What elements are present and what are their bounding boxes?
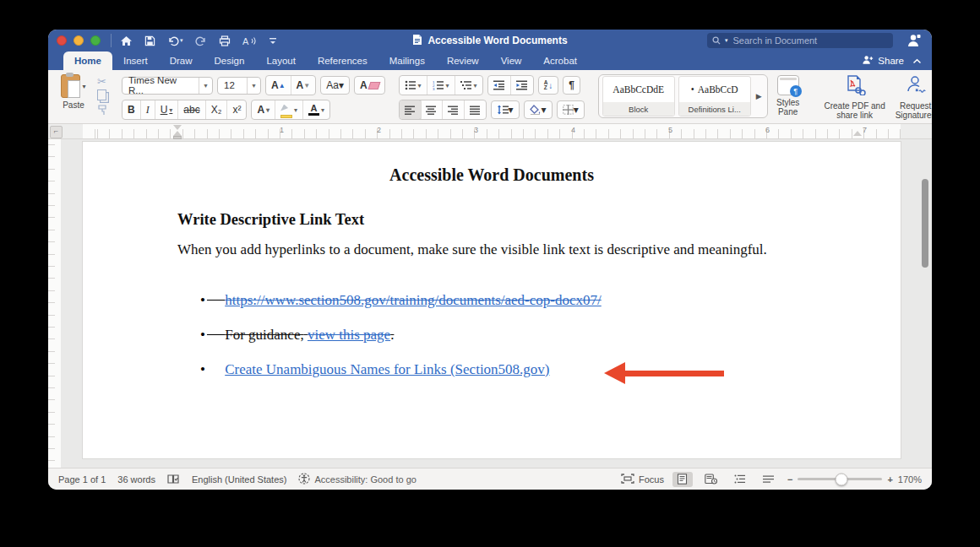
superscript-button[interactable]: x²	[227, 100, 246, 119]
styles-pane-icon	[777, 75, 799, 95]
language-indicator[interactable]: English (United States)	[192, 474, 287, 485]
align-center-button[interactable]	[421, 100, 443, 119]
highlight-button[interactable]: ▾	[275, 100, 303, 119]
underline-button[interactable]: U▾	[155, 100, 179, 119]
link-view-this-page[interactable]: view this page	[308, 327, 390, 343]
search-box[interactable]: ▾	[707, 33, 893, 48]
spellcheck-icon[interactable]	[167, 474, 180, 485]
style-definitions[interactable]: •AaBbCcD Definitions Li...	[678, 76, 751, 116]
close-button[interactable]	[57, 35, 67, 46]
vertical-scrollbar[interactable]	[920, 141, 930, 466]
bullet-item-3: • Create Unambiguous Names for Links (Se…	[200, 361, 550, 378]
zoom-out-icon[interactable]: −	[787, 474, 792, 485]
zoom-slider[interactable]	[798, 478, 882, 480]
document-page[interactable]: Accessible Word Documents Write Descript…	[83, 142, 901, 458]
zoom-percentage[interactable]: 170%	[898, 474, 922, 485]
create-pdf-button[interactable]: Create PDF and share link	[822, 75, 888, 120]
tab-layout[interactable]: Layout	[255, 51, 307, 70]
reading-view-button[interactable]	[701, 472, 721, 487]
search-scope-caret[interactable]: ▾	[725, 37, 728, 44]
align-left-button[interactable]	[399, 100, 422, 120]
page-indicator[interactable]: Page 1 of 1	[58, 474, 106, 485]
ribbon-options-icon[interactable]	[269, 36, 277, 45]
request-signatures-button[interactable]: Request Signatures	[888, 75, 932, 120]
tab-insert[interactable]: Insert	[112, 51, 159, 70]
share-button[interactable]: Share	[862, 55, 904, 67]
link-section508-url[interactable]: https://www.section508.gov/training/docu…	[225, 292, 602, 308]
font-color-button[interactable]: A▾	[303, 100, 329, 119]
zoom-window-button[interactable]	[90, 35, 101, 46]
style-block[interactable]: AaBbCcDdE Block	[602, 76, 675, 116]
font-size-select[interactable]: 12▼	[217, 77, 261, 95]
arrow-shaft	[625, 371, 724, 376]
text-effects-button[interactable]: A▾	[252, 100, 275, 119]
redo-icon[interactable]	[195, 35, 207, 46]
numbered-list-button[interactable]: 123▾	[427, 76, 455, 95]
show-marks-button[interactable]: ¶	[563, 76, 580, 95]
clear-formatting-button[interactable]: A	[354, 76, 385, 95]
word-count[interactable]: 36 words	[117, 474, 155, 485]
tab-mailings[interactable]: Mailings	[378, 51, 436, 70]
focus-button[interactable]: Focus	[621, 474, 664, 485]
bold-button[interactable]: B	[122, 100, 141, 119]
vertical-ruler[interactable]	[48, 139, 61, 468]
subscript-button[interactable]: X₂	[206, 100, 228, 119]
format-painter-icon[interactable]	[97, 104, 108, 119]
right-indent-marker[interactable]	[853, 131, 862, 136]
grow-font-button[interactable]: A▲	[266, 76, 291, 95]
print-layout-view-button[interactable]	[672, 472, 693, 487]
tab-design[interactable]: Design	[204, 51, 256, 70]
increase-indent-button[interactable]	[511, 76, 533, 95]
shrink-font-button[interactable]: A▼	[291, 76, 316, 95]
tab-home[interactable]: Home	[63, 51, 112, 70]
read-aloud-icon[interactable]: A	[242, 35, 257, 46]
paste-button[interactable]: ▾ Paste	[55, 74, 92, 110]
cut-icon[interactable]: ✂	[97, 75, 108, 88]
accessibility-status[interactable]: Accessibility: Good to go	[298, 473, 416, 486]
style-definitions-preview: AaBbCcD	[698, 84, 738, 95]
font-name-select[interactable]: Times New R...▼	[122, 77, 213, 95]
tab-acrobat[interactable]: Acrobat	[532, 51, 588, 70]
paste-caret-icon[interactable]: ▾	[82, 83, 85, 98]
zoom-in-icon[interactable]: +	[887, 474, 892, 485]
shading-button[interactable]: ▾	[524, 100, 553, 119]
print-icon[interactable]	[219, 35, 231, 46]
bullet-list-button[interactable]: ▾	[400, 76, 427, 95]
account-icon[interactable]	[906, 33, 922, 51]
tab-references[interactable]: References	[307, 51, 378, 70]
tab-stop-selector[interactable]: ⌐	[50, 126, 63, 138]
draft-view-button[interactable]	[759, 472, 779, 487]
strikethrough-button[interactable]: abc	[178, 100, 205, 119]
save-icon[interactable]	[144, 35, 155, 46]
undo-icon[interactable]: ▾	[167, 35, 183, 46]
borders-button[interactable]: ▾	[557, 100, 585, 119]
tab-review[interactable]: Review	[436, 51, 490, 70]
change-case-button[interactable]: Aa▾	[320, 76, 350, 95]
focus-label: Focus	[639, 474, 664, 485]
tab-draw[interactable]: Draw	[159, 51, 204, 70]
collapse-ribbon-chevron[interactable]	[912, 56, 922, 66]
copy-icon[interactable]	[97, 89, 108, 104]
outline-view-button[interactable]	[730, 472, 750, 487]
sort-arrow-icon: ↓	[548, 81, 553, 90]
sort-button[interactable]: AZ ↓	[538, 76, 559, 95]
italic-button[interactable]: I	[141, 100, 155, 119]
first-line-indent-marker[interactable]	[173, 125, 182, 130]
justify-button[interactable]	[465, 100, 486, 119]
align-right-button[interactable]	[443, 100, 465, 119]
zoom-slider-thumb[interactable]	[836, 473, 848, 485]
bullet-item-1: • https://www.section508.gov/training/do…	[200, 292, 602, 309]
minimize-button[interactable]	[74, 35, 84, 46]
styles-more-icon[interactable]: ▶	[754, 92, 764, 100]
search-input[interactable]	[732, 35, 888, 46]
search-icon	[712, 33, 721, 48]
horizontal-ruler[interactable]: ⌐ 1 2 3 4 5 6 7	[48, 124, 932, 139]
link-create-unambiguous-names[interactable]: Create Unambiguous Names for Links (Sect…	[225, 361, 549, 377]
styles-pane-button[interactable]: Styles Pane	[768, 75, 808, 116]
line-spacing-button[interactable]: ▾	[491, 100, 520, 119]
scrollbar-thumb[interactable]	[922, 179, 928, 268]
decrease-indent-button[interactable]	[488, 76, 511, 95]
multilevel-list-button[interactable]: ▾	[455, 76, 482, 95]
home-icon[interactable]	[120, 35, 133, 46]
tab-view[interactable]: View	[490, 51, 533, 70]
